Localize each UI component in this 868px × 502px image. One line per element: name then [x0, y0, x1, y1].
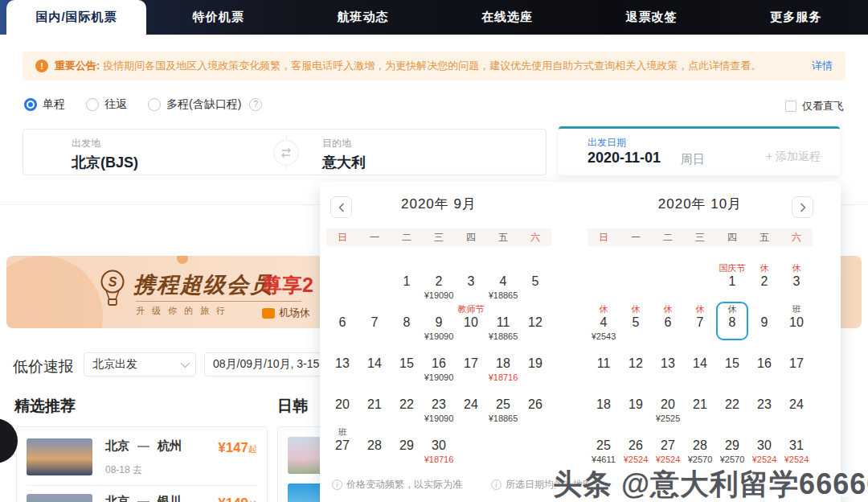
- day-label: 班: [780, 303, 813, 315]
- day-grid: 国庆节1休2休3休4¥2543休5休6休7休89班101112131415161…: [588, 262, 813, 467]
- day-cell-11[interactable]: 11¥18865: [487, 303, 519, 344]
- trip-option-1[interactable]: 单程: [24, 97, 65, 112]
- day-cell-4[interactable]: 4¥18865: [487, 262, 519, 303]
- day-number: 15: [391, 356, 423, 372]
- day-cell-24[interactable]: 24: [780, 385, 813, 426]
- tab-6[interactable]: 更多服务: [723, 0, 868, 35]
- flight-card[interactable]: 北京杭州08-18 去¥147起: [27, 430, 257, 485]
- day-cell-7[interactable]: 7: [358, 303, 391, 344]
- day-cell-10[interactable]: 班10: [780, 303, 813, 344]
- day-cell-6[interactable]: 休6: [652, 303, 684, 344]
- day-cell-11[interactable]: 11: [588, 344, 620, 385]
- tab-4[interactable]: 在线选座: [435, 0, 579, 35]
- day-cell-14[interactable]: 14: [358, 344, 391, 385]
- day-cell-13[interactable]: 13: [652, 344, 684, 385]
- day-cell-30[interactable]: 30¥2524: [748, 426, 780, 467]
- day-cell-29[interactable]: 29¥2570: [716, 426, 748, 467]
- day-price: ¥19090: [423, 413, 455, 424]
- day-cell-18[interactable]: 18¥18716: [487, 344, 519, 385]
- notice-detail-link[interactable]: 详情: [812, 59, 833, 73]
- day-cell-16[interactable]: 16: [748, 344, 780, 385]
- day-cell-9[interactable]: 9: [748, 303, 780, 344]
- day-number: 14: [684, 356, 716, 372]
- day-cell-12[interactable]: 12: [620, 344, 652, 385]
- day-cell-1[interactable]: 1: [391, 262, 423, 303]
- day-cell-21[interactable]: 21: [358, 385, 391, 426]
- day-price: [588, 413, 620, 424]
- day-cell-17[interactable]: 17: [455, 344, 487, 385]
- trip-option-2[interactable]: 往返: [86, 97, 127, 112]
- origin-destination-box: 出发地 北京(BJS) 目的地 意大利: [23, 129, 547, 175]
- day-cell-7[interactable]: 休7: [684, 303, 716, 344]
- day-cell-3[interactable]: 3: [455, 262, 487, 303]
- flight-card[interactable]: 北京银川¥149起: [27, 485, 257, 502]
- day-cell-25[interactable]: 25¥4611: [588, 426, 620, 467]
- date-range-field[interactable]: 08月/09月/10月, 3-15: [204, 352, 325, 376]
- day-cell-14[interactable]: 14: [684, 344, 716, 385]
- day-cell-28[interactable]: 28: [358, 426, 391, 467]
- day-cell-27[interactable]: 27¥2524: [652, 426, 684, 467]
- day-cell-29[interactable]: 29: [391, 426, 423, 467]
- day-cell-12[interactable]: 12: [519, 303, 551, 344]
- add-return-button[interactable]: + 添加返程: [766, 150, 821, 164]
- day-label: 班: [326, 426, 358, 438]
- day-price: [358, 331, 391, 342]
- day-cell-13[interactable]: 13: [326, 344, 358, 385]
- tab-3[interactable]: 航班动态: [291, 0, 436, 35]
- day-cell-18[interactable]: 18: [588, 385, 620, 426]
- day-number: 13: [326, 356, 358, 372]
- day-cell-28[interactable]: 28¥2570: [684, 426, 716, 467]
- direct-only-checkbox[interactable]: 仅看直飞: [785, 99, 844, 113]
- day-number: 1: [391, 274, 423, 290]
- carousel-prev-button[interactable]: [0, 418, 18, 463]
- day-cell-30[interactable]: 30¥18716: [423, 426, 455, 467]
- day-cell-2[interactable]: 休2: [748, 262, 780, 303]
- tab-1[interactable]: 国内/国际机票: [6, 0, 146, 35]
- day-cell-26[interactable]: 26¥2524: [620, 426, 652, 467]
- day-cell-22[interactable]: 22: [716, 385, 748, 426]
- day-cell-15[interactable]: 15: [716, 344, 748, 385]
- day-cell-10[interactable]: 教师节10: [455, 303, 487, 344]
- day-cell-23[interactable]: 23¥19090: [423, 385, 455, 426]
- day-cell-20[interactable]: 20: [326, 385, 358, 426]
- day-number: 30: [748, 438, 780, 454]
- swap-icon[interactable]: [273, 140, 299, 166]
- day-cell-3[interactable]: 休3: [780, 262, 813, 303]
- day-cell-26[interactable]: 26: [519, 385, 551, 426]
- day-cell-8[interactable]: 休8: [716, 303, 748, 344]
- day-cell-31[interactable]: 31¥2524: [780, 426, 813, 467]
- depart-date-field[interactable]: 出发日期 2020-11-01 周日 + 添加返程: [559, 126, 840, 175]
- day-price: ¥2525: [652, 413, 684, 424]
- day-cell-16[interactable]: 16¥19090: [423, 344, 455, 385]
- day-cell-23[interactable]: 23: [748, 385, 780, 426]
- day-cell-20[interactable]: 20¥2525: [652, 385, 684, 426]
- day-cell-27[interactable]: 班27: [326, 426, 358, 467]
- destination-field[interactable]: 目的地 意大利: [322, 137, 366, 172]
- departure-city-select[interactable]: 北京出发: [84, 352, 196, 376]
- day-cell-9[interactable]: 9¥19090: [423, 303, 455, 344]
- day-cell-5[interactable]: 休5: [620, 303, 652, 344]
- day-cell-22[interactable]: 22: [391, 385, 423, 426]
- day-cell-19[interactable]: 19: [519, 344, 551, 385]
- day-cell-25[interactable]: 25¥18865: [487, 385, 519, 426]
- day-cell-6[interactable]: 6: [326, 303, 358, 344]
- origin-field[interactable]: 出发地 北京(BJS): [72, 137, 138, 172]
- day-cell-5[interactable]: 5: [519, 262, 551, 303]
- day-cell-17[interactable]: 17: [780, 344, 813, 385]
- trip-option-3[interactable]: 多程(含缺口程): [148, 97, 241, 112]
- question-icon[interactable]: ?: [249, 98, 262, 111]
- day-cell-24[interactable]: 24: [455, 385, 487, 426]
- day-price: ¥4611: [588, 454, 620, 465]
- day-cell-21[interactable]: 21: [684, 385, 716, 426]
- day-cell-15[interactable]: 15: [391, 344, 423, 385]
- day-label: [780, 426, 813, 438]
- tab-2[interactable]: 特价机票: [146, 0, 291, 35]
- day-cell-8[interactable]: 8: [391, 303, 423, 344]
- day-cell-4[interactable]: 休4¥2543: [588, 303, 620, 344]
- day-cell-19[interactable]: 19: [620, 385, 652, 426]
- day-cell-2[interactable]: 2¥19090: [423, 262, 455, 303]
- day-price: [358, 372, 391, 383]
- tab-5[interactable]: 退票改签: [579, 0, 724, 35]
- weekday: 五: [748, 228, 780, 246]
- day-cell-1[interactable]: 国庆节1: [716, 262, 748, 303]
